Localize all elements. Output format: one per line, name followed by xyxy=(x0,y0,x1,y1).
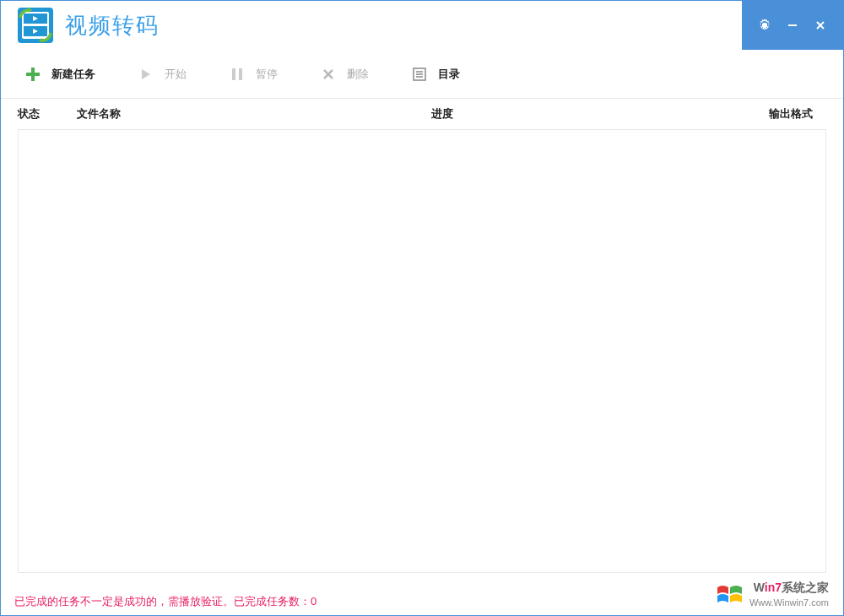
pause-button[interactable]: 暂停 xyxy=(229,66,278,83)
column-progress: 进度 xyxy=(431,106,769,122)
delete-icon xyxy=(320,66,337,83)
column-status: 状态 xyxy=(18,106,77,122)
new-task-label: 新建任务 xyxy=(51,67,95,82)
svg-marker-11 xyxy=(142,69,150,79)
watermark-brand-prefix: W xyxy=(754,581,765,594)
svg-rect-8 xyxy=(788,24,797,26)
settings-button[interactable] xyxy=(752,13,777,38)
status-message: 已完成的任务不一定是成功的，需播放验证。已完成任务数：0 xyxy=(14,594,316,609)
toolbar: 新建任务 开始 暂停 xyxy=(1,50,843,99)
svg-rect-13 xyxy=(239,68,242,80)
svg-rect-10 xyxy=(26,73,40,76)
windows-logo-icon xyxy=(716,581,744,609)
app-window: 视频转码 xyxy=(0,0,844,616)
directory-button[interactable]: 目录 xyxy=(411,66,460,83)
delete-button[interactable]: 删除 xyxy=(320,66,369,83)
table-header: 状态 文件名称 进度 输出格式 xyxy=(1,99,843,129)
plus-icon xyxy=(24,66,41,83)
delete-label: 删除 xyxy=(347,67,369,82)
start-label: 开始 xyxy=(165,67,187,82)
watermark-text: Win7系统之家 Www.Winwin7.com xyxy=(749,580,829,609)
minimize-icon xyxy=(787,19,798,31)
gear-icon xyxy=(758,19,771,32)
play-icon xyxy=(138,66,154,83)
pause-label: 暂停 xyxy=(256,67,278,82)
svg-rect-12 xyxy=(232,68,235,80)
start-button[interactable]: 开始 xyxy=(138,66,187,83)
titlebar-controls xyxy=(742,1,843,50)
directory-label: 目录 xyxy=(438,67,460,82)
new-task-button[interactable]: 新建任务 xyxy=(24,66,95,83)
close-icon xyxy=(814,19,826,31)
app-logo-icon xyxy=(18,8,53,43)
app-title: 视频转码 xyxy=(65,11,160,41)
table-body[interactable] xyxy=(18,129,826,573)
close-button[interactable] xyxy=(808,13,833,38)
minimize-button[interactable] xyxy=(780,13,805,38)
watermark-brand-suffix: 系统之家 xyxy=(782,581,829,594)
column-filename: 文件名称 xyxy=(77,106,431,122)
watermark-brand-highlight: in7 xyxy=(765,581,782,594)
pause-icon xyxy=(229,66,246,83)
column-output: 输出格式 xyxy=(769,106,826,122)
watermark-url: Www.Winwin7.com xyxy=(749,597,829,609)
list-icon xyxy=(411,66,428,83)
watermark: Win7系统之家 Www.Winwin7.com xyxy=(716,580,829,609)
titlebar: 视频转码 xyxy=(1,1,843,50)
titlebar-left: 视频转码 xyxy=(1,8,160,43)
